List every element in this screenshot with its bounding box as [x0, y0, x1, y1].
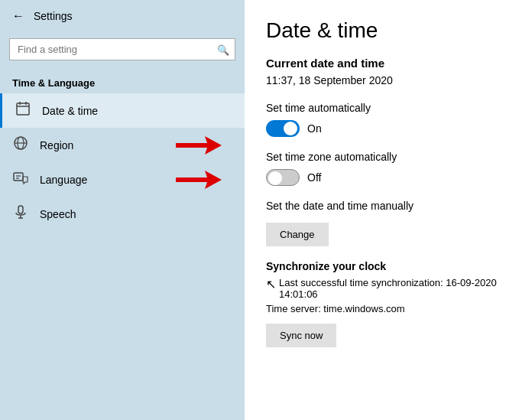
- svg-rect-8: [176, 143, 208, 148]
- sync-last-label: Last successful time synchronization: 16…: [279, 277, 511, 300]
- set-timezone-auto-label: Set time zone automatically: [266, 151, 511, 163]
- toggle-on-text: On: [307, 122, 322, 135]
- sync-server-label: Time server: time.windows.com: [266, 303, 405, 314]
- back-button[interactable]: ←: [12, 9, 24, 23]
- sidebar-item-date-time[interactable]: Date & time: [0, 93, 245, 128]
- change-button[interactable]: Change: [266, 223, 329, 246]
- svg-rect-9: [14, 173, 23, 181]
- sidebar-item-region[interactable]: Region: [0, 128, 245, 162]
- current-datetime-value: 11:37, 18 September 2020: [266, 74, 511, 86]
- toggle-knob-off: [268, 171, 282, 185]
- language-red-arrow: [176, 169, 222, 190]
- set-timezone-auto-toggle-row: Off: [266, 169, 511, 186]
- sync-server-info: Time server: time.windows.com: [266, 303, 511, 314]
- set-time-auto-toggle[interactable]: [266, 120, 300, 137]
- sync-now-button[interactable]: Sync now: [266, 324, 336, 347]
- set-time-auto-label: Set time automatically: [266, 102, 511, 114]
- toggle-knob-on: [284, 122, 297, 135]
- region-red-arrow: [176, 135, 222, 156]
- main-content: Date & time Current date and time 11:37,…: [245, 0, 532, 420]
- toggle-off-text: Off: [307, 171, 321, 184]
- search-box[interactable]: 🔍: [9, 38, 235, 60]
- sidebar-item-speech-label: Speech: [40, 208, 76, 220]
- set-time-auto-toggle-row: On: [266, 120, 511, 137]
- sidebar-item-date-time-label: Date & time: [42, 105, 98, 117]
- sidebar-title: Settings: [34, 10, 73, 22]
- search-icon: 🔍: [217, 44, 229, 55]
- set-timezone-auto-toggle[interactable]: [266, 169, 300, 186]
- sidebar-item-speech[interactable]: Speech: [0, 197, 245, 231]
- svg-rect-14: [18, 206, 23, 213]
- svg-rect-13: [176, 177, 208, 182]
- speech-icon: [12, 204, 29, 223]
- sidebar-header: ← Settings: [0, 0, 245, 32]
- sync-heading: Synchronize your clock: [266, 260, 511, 272]
- page-title: Date & time: [266, 18, 511, 43]
- svg-rect-0: [17, 103, 29, 115]
- sidebar-item-language[interactable]: Language: [0, 162, 245, 197]
- sidebar: ← Settings 🔍 Time & Language Date & time: [0, 0, 245, 420]
- date-time-icon: [15, 101, 31, 120]
- sidebar-item-language-label: Language: [40, 174, 87, 186]
- current-date-section-heading: Current date and time: [266, 57, 511, 70]
- search-input[interactable]: [9, 38, 235, 60]
- cursor-icon: ↖: [266, 277, 276, 291]
- section-label: Time & Language: [0, 67, 245, 93]
- sidebar-item-region-label: Region: [40, 139, 73, 151]
- region-icon: [12, 135, 29, 155]
- language-icon: [12, 170, 29, 189]
- set-manual-label: Set the date and time manually: [266, 200, 511, 212]
- sync-last-info: ↖ Last successful time synchronization: …: [266, 277, 511, 300]
